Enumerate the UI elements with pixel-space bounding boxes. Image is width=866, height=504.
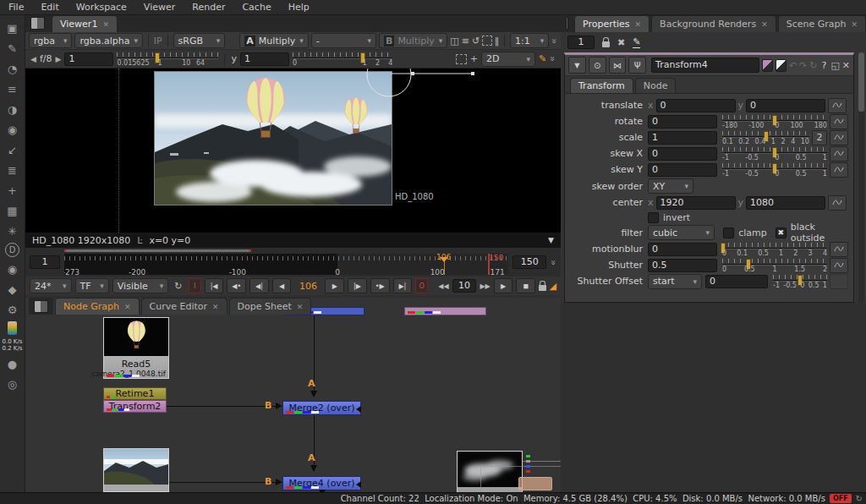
- node-read-clouds[interactable]: [457, 451, 523, 492]
- prev-keyframe-button[interactable]: ◀•: [227, 278, 246, 293]
- invert-checkbox[interactable]: [648, 212, 659, 223]
- frame-range-select[interactable]: Visible▾: [112, 278, 169, 293]
- revert-icon[interactable]: ↻: [809, 60, 817, 71]
- translate-animation-button[interactable]: [828, 98, 847, 113]
- motionblur-animation-button[interactable]: [830, 242, 848, 257]
- color-icon[interactable]: ◑: [3, 101, 22, 118]
- close-all-panels-icon[interactable]: ✖: [617, 37, 625, 48]
- node-transform2[interactable]: Transform2: [103, 400, 167, 413]
- undo-icon[interactable]: ↶: [789, 60, 797, 71]
- redo-icon[interactable]: ↷: [799, 60, 807, 71]
- node-merge2[interactable]: Merge2 (over): [282, 401, 361, 415]
- shutter-animation-button[interactable]: [830, 258, 848, 273]
- close-icon[interactable]: ✕: [851, 20, 858, 29]
- node-merge4[interactable]: Merge4 (over): [282, 476, 361, 490]
- node-read-mountains[interactable]: [103, 448, 169, 492]
- merge-icon[interactable]: ≣: [3, 162, 22, 178]
- menu-help[interactable]: Help: [288, 2, 310, 13]
- timeline-collapse-icon[interactable]: »: [548, 260, 559, 266]
- toolsets-icon[interactable]: ⚙: [3, 301, 22, 318]
- menu-edit[interactable]: Edit: [41, 2, 58, 13]
- menu-file[interactable]: File: [8, 2, 24, 13]
- shutter-offset-animation-button[interactable]: [830, 274, 848, 289]
- node-read5[interactable]: Read5 camera2_1.0048.tif: [103, 317, 169, 379]
- close-icon[interactable]: ✕: [212, 303, 219, 311]
- translate-x-input[interactable]: 0: [656, 99, 736, 112]
- annotations-pen-icon[interactable]: ✎: [539, 53, 546, 64]
- motionblur-slider[interactable]: 00.10.51234: [722, 242, 827, 257]
- filter-select[interactable]: cubic▾: [648, 225, 715, 240]
- play-button[interactable]: ▶: [325, 278, 344, 293]
- current-frame[interactable]: 106: [294, 281, 321, 292]
- tab-node[interactable]: Node: [635, 78, 677, 93]
- profile-icon[interactable]: ◢: [550, 281, 556, 292]
- jump-forward-icon[interactable]: ▶▶: [480, 282, 490, 290]
- tab-viewer1[interactable]: Viewer1 ✕: [52, 15, 118, 32]
- tab-background-renders[interactable]: Background Renders ✕: [651, 15, 776, 32]
- close-icon[interactable]: ✕: [761, 20, 768, 29]
- goto-start-button[interactable]: |◀: [205, 278, 224, 293]
- shutter-input[interactable]: 0.5: [648, 259, 717, 272]
- range-end-input[interactable]: 150: [512, 255, 546, 269]
- menu-cache[interactable]: Cache: [242, 2, 271, 13]
- tab-dope-sheet[interactable]: Dope Sheet ✕: [229, 298, 312, 315]
- skew-x-input[interactable]: 0: [648, 147, 717, 161]
- node-controls-icon[interactable]: Ψ: [628, 57, 646, 74]
- shutter-offset-slider[interactable]: -1-0.500.51: [773, 274, 827, 289]
- localization-off-badge[interactable]: OFF: [830, 494, 852, 503]
- keyer-icon[interactable]: ↙: [3, 141, 22, 158]
- skew-y-slider[interactable]: -1-0.500.51: [722, 162, 827, 178]
- center-x-input[interactable]: 1920: [656, 196, 736, 210]
- menu-workspace[interactable]: Workspace: [76, 2, 127, 13]
- pane-menu-icon[interactable]: [34, 300, 48, 313]
- center-y-input[interactable]: 1080: [746, 196, 825, 210]
- selection-box-icon[interactable]: [456, 54, 467, 64]
- input-b-select[interactable]: BMultiply ▾: [379, 33, 447, 48]
- channel-stack-icon[interactable]: ≡: [462, 36, 469, 47]
- render-button[interactable]: ◼: [516, 278, 535, 293]
- tab-scene-graph[interactable]: Scene Graph ✕: [778, 15, 866, 32]
- next-stop-icon[interactable]: ▶: [56, 55, 62, 63]
- close-icon[interactable]: ✕: [102, 20, 109, 29]
- close-icon[interactable]: ✕: [297, 303, 304, 311]
- translate-y-input[interactable]: 0: [746, 99, 825, 112]
- skew-order-select[interactable]: XY▾: [648, 178, 693, 194]
- info-collapse-icon[interactable]: ▼: [548, 236, 554, 244]
- hide-input-icon[interactable]: ⋈: [609, 57, 627, 74]
- tracker-handles-icon[interactable]: +: [470, 53, 478, 64]
- transform-icon[interactable]: +: [3, 182, 22, 199]
- transform-handle-overlay[interactable]: [355, 68, 491, 119]
- black-outside-checkbox[interactable]: ✖: [776, 227, 787, 238]
- update-viewer-icon[interactable]: ↺: [472, 36, 480, 47]
- menu-render[interactable]: Render: [192, 2, 225, 13]
- gain-slider[interactable]: 0.015625 1 10 64: [117, 52, 218, 67]
- deep-icon[interactable]: D: [5, 243, 19, 257]
- scale-slider[interactable]: 0.10.20.412410: [722, 130, 809, 145]
- lock-panels-icon[interactable]: [602, 41, 610, 47]
- in-point-button[interactable]: I: [189, 278, 201, 293]
- play-backward-button[interactable]: ◀: [272, 278, 292, 293]
- assist-icon[interactable]: ◎: [3, 375, 22, 392]
- time-icon[interactable]: ◔: [3, 60, 22, 77]
- playhead-line[interactable]: [444, 260, 445, 275]
- skew-y-animation-button[interactable]: [830, 162, 848, 178]
- flipbook-button[interactable]: ▶: [494, 278, 513, 293]
- gl-color-swatch[interactable]: [776, 59, 787, 72]
- viewer-lut-select[interactable]: sRGB▾: [173, 33, 226, 48]
- scale-split-button[interactable]: 2: [812, 130, 827, 145]
- edit-node-name-icon[interactable]: ✎: [633, 36, 640, 48]
- scale-animation-button[interactable]: [830, 130, 848, 145]
- step-forward-button[interactable]: |▶: [348, 278, 367, 293]
- node-color-swatch[interactable]: [762, 59, 773, 72]
- copycat-icon[interactable]: ●: [3, 355, 22, 372]
- step-back-button[interactable]: ◀|: [249, 278, 269, 293]
- node-graph-canvas[interactable]: A B A B Read5 camera2_1.0048.tif Retime1: [25, 298, 561, 492]
- views-icon[interactable]: ◉: [3, 260, 22, 277]
- jump-back-icon[interactable]: ◀◀: [438, 282, 448, 290]
- out-point-button[interactable]: O: [415, 278, 428, 293]
- metadata-icon[interactable]: ◆: [3, 281, 22, 298]
- roi-icon[interactable]: [482, 36, 491, 46]
- filter-icon[interactable]: ◉: [3, 121, 22, 138]
- timeline-mode-select[interactable]: TF▾: [75, 278, 109, 293]
- gamma-slider[interactable]: 0 1 2 4: [293, 52, 392, 67]
